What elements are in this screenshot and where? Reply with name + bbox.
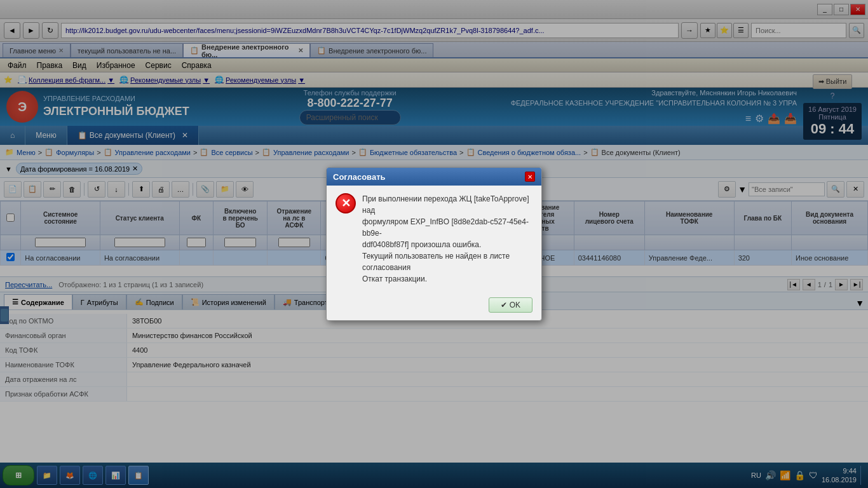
- modal-message: При выполнении перехода ЖЦ [takeToApprov…: [362, 193, 532, 285]
- modal-titlebar: Согласовать ✕: [327, 168, 541, 186]
- modal-overlay: Согласовать ✕ ✕ При выполнении перехода …: [0, 0, 868, 488]
- modal-ok-button[interactable]: ✔ OK: [489, 297, 532, 313]
- modal-dialog: Согласовать ✕ ✕ При выполнении перехода …: [326, 167, 542, 321]
- modal-footer: ✔ OK: [327, 292, 541, 320]
- modal-title: Согласовать: [333, 172, 386, 182]
- error-icon: ✕: [336, 193, 356, 214]
- modal-close-button[interactable]: ✕: [525, 172, 535, 182]
- modal-body: ✕ При выполнении перехода ЖЦ [takeToAppr…: [327, 186, 541, 292]
- ok-label: OK: [510, 301, 520, 309]
- ok-checkmark-icon: ✔: [501, 301, 507, 309]
